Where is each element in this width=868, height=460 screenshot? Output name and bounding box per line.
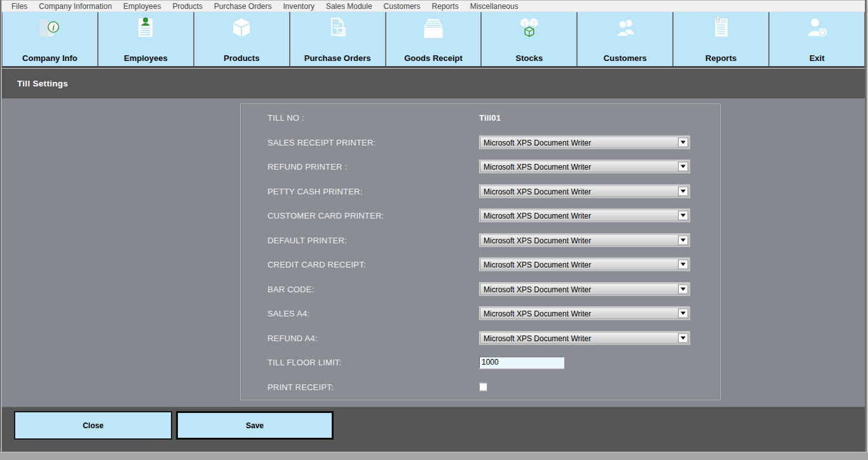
form-row-print-receipt: PRINT RECEIPT:: [241, 375, 720, 400]
field-label: SALES A4:: [268, 309, 309, 318]
menu-bar: Files Company Information Employees Prod…: [2, 0, 865, 12]
chevron-down-icon[interactable]: [678, 186, 688, 196]
toolbar-button-reports[interactable]: Reports: [674, 12, 770, 66]
form-row-credit-card-receipt: CREDIT CARD RECEIPT: Microsoft XPS Docum…: [241, 252, 720, 277]
combo-selected-value: Microsoft XPS Document Writer: [484, 138, 591, 147]
toolbar-button-purchase-orders[interactable]: Purchase Orders: [290, 12, 386, 66]
field-label: CREDIT CARD RECEIPT:: [268, 260, 366, 269]
form-row-refund-a4: REFUND A4: Microsoft XPS Document Writer: [241, 326, 720, 351]
toolbar-button-label: Exit: [810, 53, 825, 63]
combo-selected-value: Microsoft XPS Document Writer: [484, 334, 591, 342]
till-floor-limit-input[interactable]: [479, 356, 564, 369]
toolbar-button-stocks[interactable]: Stocks: [482, 12, 578, 66]
toolbar-button-label: Goods Receipt: [404, 53, 463, 63]
form-row-default-printer: DEFAULT PRINTER: Microsoft XPS Document …: [241, 228, 720, 253]
credit-card-receipt-combo[interactable]: Microsoft XPS Document Writer: [479, 258, 690, 271]
toolbar-button-label: Stocks: [516, 53, 543, 63]
toolbar-button-company-info[interactable]: i Company Info: [3, 12, 98, 66]
print-receipt-checkbox[interactable]: [479, 382, 487, 391]
reports-icon: [707, 15, 736, 43]
exit-icon: [803, 15, 832, 43]
menu-item-employees[interactable]: Employees: [118, 2, 166, 11]
field-label: CUSTOMER CARD PRINTER:: [268, 211, 384, 220]
chevron-down-icon[interactable]: [678, 162, 688, 172]
chevron-down-icon[interactable]: [678, 333, 688, 342]
customers-icon: [611, 15, 640, 43]
field-label: PRINT RECEIPT:: [268, 382, 334, 391]
form-row-refund-printer: REFUND PRINTER : Microsoft XPS Document …: [241, 154, 720, 179]
combo-selected-value: Microsoft XPS Document Writer: [484, 260, 591, 269]
combo-selected-value: Microsoft XPS Document Writer: [484, 187, 591, 196]
svg-text:i: i: [53, 23, 55, 32]
combo-selected-value: Microsoft XPS Document Writer: [484, 163, 591, 172]
combo-selected-value: Microsoft XPS Document Writer: [484, 236, 591, 245]
chevron-down-icon[interactable]: [678, 284, 688, 294]
combo-selected-value: Microsoft XPS Document Writer: [484, 285, 591, 294]
combo-selected-value: Microsoft XPS Document Writer: [484, 309, 591, 318]
stocks-icon: [515, 15, 544, 43]
menu-item-sales-module[interactable]: Sales Module: [320, 2, 378, 11]
form-row-customer-card-printer: CUSTOMER CARD PRINTER: Microsoft XPS Doc…: [241, 203, 720, 228]
chevron-down-icon[interactable]: [678, 137, 688, 147]
menu-item-customers[interactable]: Customers: [378, 2, 426, 11]
form-row-till-no: TILL NO : Till01: [241, 105, 720, 130]
form-row-bar-code: BAR CODE: Microsoft XPS Document Writer: [241, 277, 720, 302]
toolbar-button-products[interactable]: Products: [194, 12, 290, 66]
field-label: REFUND PRINTER :: [268, 162, 347, 172]
refund-printer-combo[interactable]: Microsoft XPS Document Writer: [479, 160, 690, 173]
page-title-bar: Till Settings: [2, 69, 865, 98]
field-label: TILL FLOOR LIMIT:: [268, 358, 341, 367]
menu-item-products[interactable]: Products: [166, 2, 208, 11]
goods-receipt-icon: [419, 15, 448, 43]
field-label: PETTY CASH PRINTER:: [268, 186, 362, 196]
field-label: TILL NO :: [268, 113, 304, 123]
combo-selected-value: Microsoft XPS Document Writer: [484, 212, 591, 220]
toolbar-button-exit[interactable]: Exit: [770, 12, 865, 66]
bar-code-combo[interactable]: Microsoft XPS Document Writer: [479, 282, 690, 295]
toolbar-button-label: Purchase Orders: [304, 53, 371, 63]
save-button[interactable]: Save: [176, 411, 334, 440]
toolbar-button-label: Products: [224, 53, 259, 63]
refund-a4-combo[interactable]: Microsoft XPS Document Writer: [479, 331, 690, 344]
form-row-till-floor-limit: TILL FLOOR LIMIT:: [241, 350, 720, 375]
sales-a4-combo[interactable]: Microsoft XPS Document Writer: [479, 307, 690, 320]
petty-cash-printer-combo[interactable]: Microsoft XPS Document Writer: [479, 184, 690, 198]
toolbar-button-label: Company Info: [22, 53, 78, 63]
footer-bar: Close Save: [2, 407, 865, 452]
toolbar-button-customers[interactable]: Customers: [578, 12, 674, 66]
company-info-icon: i: [35, 15, 64, 43]
customer-card-printer-combo[interactable]: Microsoft XPS Document Writer: [479, 209, 690, 222]
toolbar-button-label: Customers: [604, 53, 647, 63]
toolbar-button-label: Employees: [124, 53, 168, 63]
close-button[interactable]: Close: [14, 411, 172, 440]
form-row-petty-cash-printer: PETTY CASH PRINTER: Microsoft XPS Docume…: [241, 179, 720, 204]
purchase-orders-icon: [323, 15, 352, 43]
page-title: Till Settings: [17, 79, 68, 88]
menu-item-reports[interactable]: Reports: [426, 2, 465, 11]
chevron-down-icon[interactable]: [678, 211, 688, 220]
sales-receipt-printer-combo[interactable]: Microsoft XPS Document Writer: [479, 135, 690, 149]
form-row-sales-receipt-printer: SALES RECEIPT PRINTER: Microsoft XPS Doc…: [241, 130, 720, 155]
toolbar-button-goods-receipt[interactable]: Goods Receipt: [386, 12, 482, 66]
form-row-sales-a4: SALES A4: Microsoft XPS Document Writer: [241, 301, 720, 326]
menu-item-inventory[interactable]: Inventory: [278, 2, 320, 11]
field-label: BAR CODE:: [268, 284, 314, 294]
chevron-down-icon[interactable]: [678, 235, 688, 245]
menu-item-company-information[interactable]: Company Information: [33, 2, 118, 11]
menu-item-miscellaneous[interactable]: Miscellaneous: [465, 2, 524, 11]
field-label: SALES RECEIPT PRINTER:: [268, 137, 376, 147]
window-border-left-inner: [1, 0, 2, 452]
menu-item-files[interactable]: Files: [6, 2, 33, 11]
app-window: Files Company Information Employees Prod…: [0, 0, 868, 460]
toolbar-button-employees[interactable]: Employees: [98, 12, 194, 66]
till-settings-panel: TILL NO : Till01 SALES RECEIPT PRINTER: …: [240, 104, 721, 400]
default-printer-combo[interactable]: Microsoft XPS Document Writer: [479, 233, 690, 247]
field-label: DEFAULT PRINTER:: [268, 235, 347, 245]
field-label: REFUND A4:: [268, 333, 318, 342]
chevron-down-icon[interactable]: [678, 309, 688, 318]
toolbar: i Company Info Employees: [2, 12, 865, 66]
menu-item-purchase-orders[interactable]: Purchase Orders: [208, 2, 278, 11]
main-area: TILL NO : Till01 SALES RECEIPT PRINTER: …: [2, 98, 865, 407]
toolbar-button-label: Reports: [705, 53, 736, 63]
chevron-down-icon[interactable]: [678, 260, 688, 269]
